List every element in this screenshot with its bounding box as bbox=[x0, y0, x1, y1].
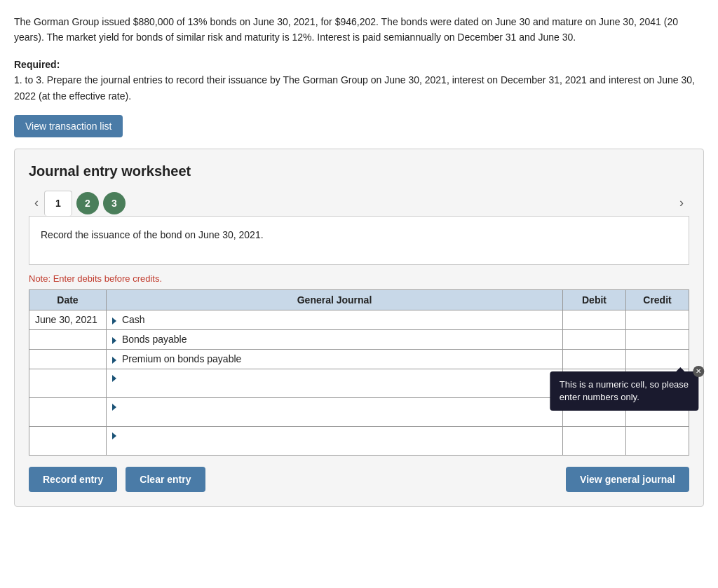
debit-cell-3[interactable]: ✕ This is a numeric cell, so please ente… bbox=[563, 349, 626, 369]
date-cell-3 bbox=[29, 349, 107, 369]
table-row bbox=[29, 426, 689, 455]
credit-cell-6[interactable] bbox=[626, 426, 689, 455]
tab-1[interactable]: 1 bbox=[44, 191, 72, 216]
journal-cell-6[interactable] bbox=[107, 426, 563, 455]
journal-input-4[interactable] bbox=[112, 383, 557, 395]
journal-entry-2: Bonds payable bbox=[122, 334, 187, 345]
tabs-wrapper: 1 2 3 bbox=[44, 191, 674, 216]
col-header-date: Date bbox=[29, 289, 107, 310]
note-text: Note: Enter debits before credits. bbox=[29, 273, 689, 284]
tooltip-line2: enter numbers only. bbox=[560, 392, 639, 402]
tab-3[interactable]: 3 bbox=[103, 192, 126, 214]
tab-2[interactable]: 2 bbox=[76, 192, 99, 214]
debit-cell-1[interactable] bbox=[563, 310, 626, 329]
worksheet-container: Journal entry worksheet ‹ 1 2 3 › Record… bbox=[14, 149, 704, 507]
instruction-text: Record the issuance of the bond on June … bbox=[41, 229, 264, 240]
triangle-icon-4 bbox=[112, 375, 116, 382]
date-cell-4 bbox=[29, 369, 107, 397]
journal-entry-1: Cash bbox=[122, 314, 145, 325]
journal-input-6[interactable] bbox=[112, 441, 557, 452]
table-row: Premium on bonds payable ✕ This is a num… bbox=[29, 349, 689, 369]
view-general-journal-button[interactable]: View general journal bbox=[566, 467, 689, 492]
triangle-icon-1 bbox=[112, 317, 116, 324]
tabs-navigation: ‹ 1 2 3 › bbox=[29, 191, 689, 216]
tooltip-close-icon[interactable]: ✕ bbox=[693, 366, 704, 377]
numeric-tooltip: ✕ This is a numeric cell, so please ente… bbox=[550, 371, 698, 411]
table-row: June 30, 2021 Cash bbox=[29, 310, 689, 329]
credit-input-2[interactable] bbox=[632, 334, 683, 345]
date-cell-1: June 30, 2021 bbox=[29, 310, 107, 329]
credit-cell-2[interactable] bbox=[626, 329, 689, 349]
credit-cell-1[interactable] bbox=[626, 310, 689, 329]
credit-input-1[interactable] bbox=[632, 314, 683, 325]
debit-input-2[interactable] bbox=[569, 334, 620, 345]
date-cell-5 bbox=[29, 397, 107, 426]
debit-cell-6[interactable] bbox=[563, 426, 626, 455]
view-transaction-list-button[interactable]: View transaction list bbox=[14, 115, 123, 137]
clear-entry-button[interactable]: Clear entry bbox=[126, 467, 205, 492]
debit-input-6[interactable] bbox=[569, 435, 620, 446]
triangle-icon-6 bbox=[112, 432, 116, 439]
col-header-journal: General Journal bbox=[107, 289, 563, 310]
journal-input-5[interactable] bbox=[112, 412, 557, 423]
triangle-icon-2 bbox=[112, 337, 116, 344]
journal-table: Date General Journal Debit Credit June 3… bbox=[29, 289, 689, 456]
journal-cell-4[interactable] bbox=[107, 369, 563, 397]
next-tab-button[interactable]: › bbox=[674, 193, 689, 213]
col-header-credit: Credit bbox=[626, 289, 689, 310]
worksheet-title: Journal entry worksheet bbox=[29, 163, 689, 179]
action-buttons-row: Record entry Clear entry View general jo… bbox=[29, 467, 689, 492]
table-row: Bonds payable bbox=[29, 329, 689, 349]
credit-input-3[interactable] bbox=[632, 353, 683, 364]
credit-input-6[interactable] bbox=[632, 435, 683, 446]
debit-input-1[interactable] bbox=[569, 314, 620, 325]
debit-cell-2[interactable] bbox=[563, 329, 626, 349]
journal-entry-3: Premium on bonds payable bbox=[122, 353, 241, 364]
journal-cell-5[interactable] bbox=[107, 397, 563, 426]
date-cell-6 bbox=[29, 426, 107, 455]
tooltip-line1: This is a numeric cell, so please bbox=[560, 379, 689, 390]
journal-cell-2: Bonds payable bbox=[107, 329, 563, 349]
required-label: Required: bbox=[14, 57, 704, 72]
col-header-debit: Debit bbox=[563, 289, 626, 310]
triangle-icon-3 bbox=[112, 357, 116, 364]
date-cell-2 bbox=[29, 329, 107, 349]
journal-cell-3: Premium on bonds payable bbox=[107, 349, 563, 369]
debit-input-3[interactable] bbox=[569, 353, 620, 364]
prev-tab-button[interactable]: ‹ bbox=[29, 193, 44, 213]
record-entry-button[interactable]: Record entry bbox=[29, 467, 117, 492]
instruction-box: Record the issuance of the bond on June … bbox=[29, 216, 689, 265]
triangle-icon-5 bbox=[112, 404, 116, 411]
required-text: 1. to 3. Prepare the journal entries to … bbox=[14, 72, 704, 104]
problem-text: The Gorman Group issued $880,000 of 13% … bbox=[14, 14, 704, 46]
journal-cell-1: Cash bbox=[107, 310, 563, 329]
credit-cell-3[interactable] bbox=[626, 349, 689, 369]
